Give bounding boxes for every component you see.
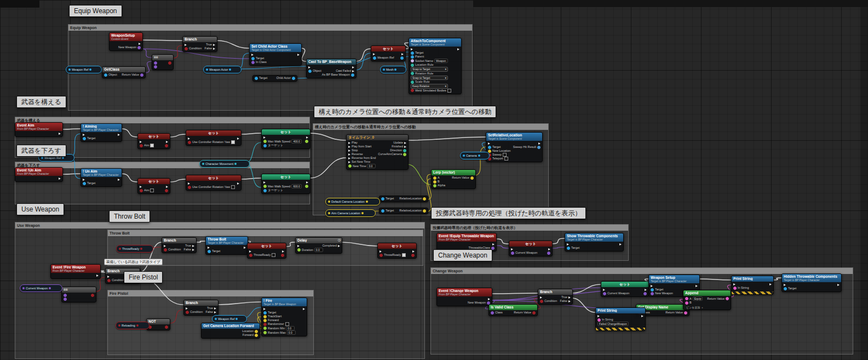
chrome-layer	[0, 0, 868, 360]
right-edge-shade	[860, 7, 868, 360]
top-right-panel	[473, 0, 868, 7]
blueprint-graph-canvas[interactable]: Equip Weapon武器を構える武器を下ろす構え時のカメラ位置への移動＆通常…	[0, 0, 868, 360]
top-left-panel	[0, 0, 39, 8]
